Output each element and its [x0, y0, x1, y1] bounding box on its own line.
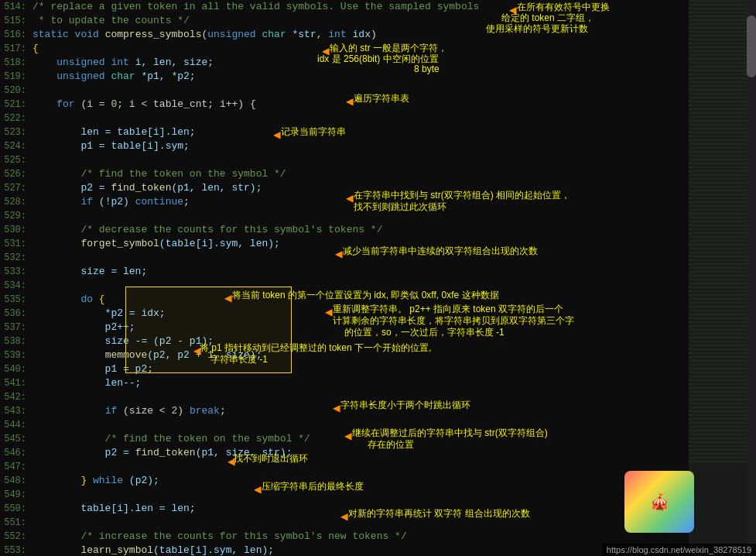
code-line: 535: do {: [0, 293, 689, 307]
code-line: 543: if (size < 2) break;: [0, 404, 689, 418]
line-number: 549:: [0, 488, 32, 502]
line-number: 533:: [0, 265, 32, 279]
line-number: 535:: [0, 293, 32, 307]
line-number: 534:: [0, 279, 32, 293]
code-line: 525:: [0, 153, 689, 167]
line-number: 524:: [0, 139, 32, 153]
line-number: 521:: [0, 98, 32, 112]
code-line: 522:: [0, 112, 689, 125]
code-line: 524: p1 = table[i].sym;: [0, 139, 689, 153]
code-line: 546: p2 = find_token(p1, size, str);: [0, 446, 689, 460]
line-content: unsigned char *p1, *p2;: [32, 70, 689, 84]
scrollbar-thumb[interactable]: [747, 15, 756, 77]
code-line: 514:/* replace a given token in all the …: [0, 0, 689, 14]
line-number: 536:: [0, 307, 32, 321]
line-number: 552:: [0, 530, 32, 544]
line-number: 539:: [0, 348, 32, 362]
line-content: p1 = table[i].sym;: [32, 139, 689, 153]
line-content: len--;: [32, 376, 689, 390]
code-line: 529:: [0, 209, 689, 223]
code-line: 520:: [0, 84, 689, 98]
code-line: 547:: [0, 460, 689, 474]
scrollbar[interactable]: [747, 0, 756, 556]
line-content: p2 = find_token(p1, size, str);: [32, 446, 689, 460]
line-content: unsigned int i, len, size;: [32, 56, 689, 70]
code-line: 516:static void compress_symbols(unsigne…: [0, 28, 689, 42]
code-line: 538: size -= (p2 - p1);: [0, 335, 689, 348]
line-number: 523:: [0, 125, 32, 139]
code-line: 530: /* decrease the counts for this sym…: [0, 223, 689, 237]
code-line: 537: p2++;: [0, 321, 689, 335]
line-number: 530:: [0, 223, 32, 237]
code-line: 549:: [0, 488, 689, 502]
line-content: p1 = p2;: [32, 362, 689, 376]
line-number: 548:: [0, 474, 32, 488]
line-content: static void compress_symbols(unsigned ch…: [32, 28, 689, 42]
line-number: 527:: [0, 181, 32, 195]
line-content: size -= (p2 - p1);: [32, 335, 689, 348]
line-number: 514:: [0, 0, 32, 14]
code-line: 521: for (i = 0; i < table_cnt; i++) {: [0, 98, 689, 112]
line-content: } while (p2);: [32, 474, 689, 488]
line-number: 528:: [0, 195, 32, 209]
line-content: if (size < 2) break;: [32, 404, 689, 418]
line-content: if (!p2) continue;: [32, 195, 689, 209]
code-line: 553: learn_symbol(table[i].sym, len);: [0, 544, 689, 556]
code-line: 517:{: [0, 42, 689, 56]
code-line: 552: /* increase the counts for this sym…: [0, 530, 689, 544]
line-number: 541:: [0, 376, 32, 390]
line-content: /* find the token on the symbol */: [32, 167, 689, 181]
line-number: 515:: [0, 14, 32, 28]
code-area: 514:/* replace a given token in all the …: [0, 0, 689, 556]
line-number: 522:: [0, 112, 32, 125]
line-content: table[i].len = len;: [32, 502, 689, 516]
code-line: 518: unsigned int i, len, size;: [0, 56, 689, 70]
code-line: 523: len = table[i].len;: [0, 125, 689, 139]
code-line: 542:: [0, 390, 689, 404]
code-line: 527: p2 = find_token(p1, len, str);: [0, 181, 689, 195]
line-content: /* increase the counts for this symbol's…: [32, 530, 689, 544]
line-number: 526:: [0, 167, 32, 181]
code-line: 533: size = len;: [0, 265, 689, 279]
line-number: 551:: [0, 516, 32, 530]
line-content: learn_symbol(table[i].sym, len);: [32, 544, 689, 556]
line-number: 553:: [0, 544, 32, 556]
line-content: *p2 = idx;: [32, 307, 689, 321]
minimap: [689, 0, 747, 556]
code-line: 550: table[i].len = len;: [0, 502, 689, 516]
line-content: forget_symbol(table[i].sym, len);: [32, 237, 689, 251]
line-content: memmove(p2, p2 + 1, size);: [32, 348, 689, 362]
code-line: 534:: [0, 279, 689, 293]
code-container: 514:/* replace a given token in all the …: [0, 0, 756, 556]
line-number: 542:: [0, 390, 32, 404]
line-number: 547:: [0, 460, 32, 474]
code-line: 545: /* find the token on the symbol */: [0, 432, 689, 446]
minimap-content: [689, 0, 747, 556]
line-number: 529:: [0, 209, 32, 223]
code-line: 544:: [0, 418, 689, 432]
line-number: 516:: [0, 28, 32, 42]
line-number: 546:: [0, 446, 32, 460]
line-content: p2++;: [32, 321, 689, 335]
line-content: /* decrease the counts for this symbol's…: [32, 223, 689, 237]
code-line: 515: * to update the counts */: [0, 14, 689, 28]
line-content: len = table[i].len;: [32, 125, 689, 139]
line-number: 540:: [0, 362, 32, 376]
line-content: /* find the token on the symbol */: [32, 432, 689, 446]
line-content: {: [32, 42, 689, 56]
line-content: size = len;: [32, 265, 689, 279]
code-line: 551:: [0, 516, 689, 530]
code-line: 536: *p2 = idx;: [0, 307, 689, 321]
line-number: 550:: [0, 502, 32, 516]
line-number: 531:: [0, 237, 32, 251]
line-content: p2 = find_token(p1, len, str);: [32, 181, 689, 195]
code-line: 540: p1 = p2;: [0, 362, 689, 376]
line-content: for (i = 0; i < table_cnt; i++) {: [32, 98, 689, 112]
sticker-decoration: 🎪: [624, 471, 694, 533]
code-line: 532:: [0, 251, 689, 265]
line-number: 537:: [0, 321, 32, 335]
line-number: 538:: [0, 335, 32, 348]
line-number: 519:: [0, 70, 32, 84]
code-line: 528: if (!p2) continue;: [0, 195, 689, 209]
line-number: 532:: [0, 251, 32, 265]
